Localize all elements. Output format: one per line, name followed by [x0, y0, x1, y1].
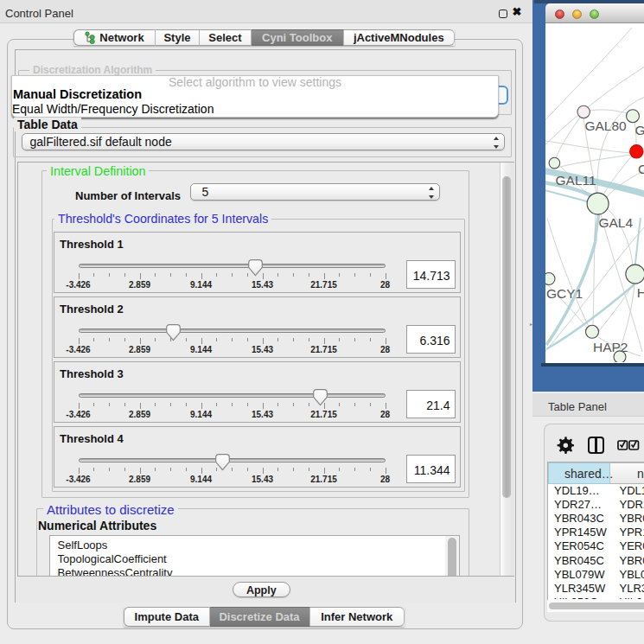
svg-text:H: H [636, 285, 644, 300]
svg-text:C: C [638, 162, 644, 176]
svg-text:GAL4: GAL4 [598, 215, 633, 230]
svg-text:GAL11: GAL11 [555, 173, 596, 188]
svg-text:GA: GA [634, 123, 644, 137]
svg-text:HAP2: HAP2 [593, 340, 628, 354]
svg-text:GAL80: GAL80 [584, 118, 627, 133]
svg-text:GCY1: GCY1 [546, 286, 583, 301]
